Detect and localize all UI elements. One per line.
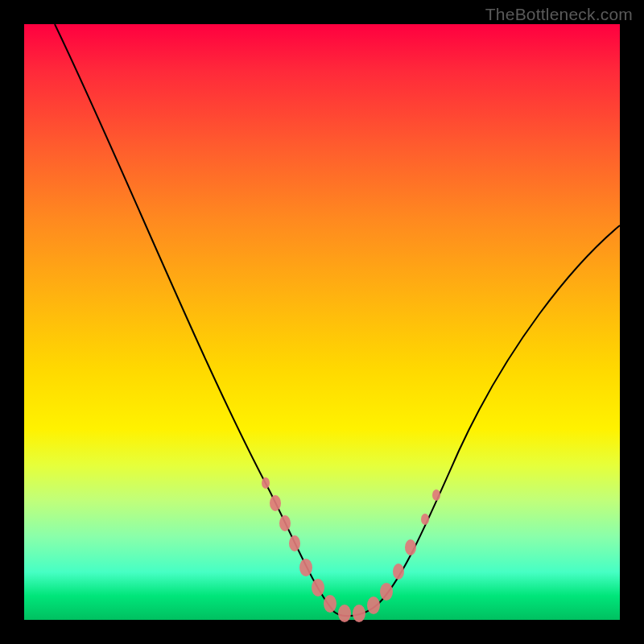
marker-point	[432, 489, 440, 501]
marker-point	[338, 605, 351, 622]
marker-point	[421, 514, 429, 525]
marker-point	[270, 495, 281, 511]
plot-area	[24, 24, 620, 620]
marker-point	[380, 583, 393, 601]
marker-point	[393, 564, 404, 580]
chart-frame: TheBottleneck.com	[0, 0, 644, 644]
marker-point	[405, 539, 416, 555]
marker-layer	[24, 24, 620, 620]
marker-point	[324, 595, 336, 613]
marker-point	[289, 535, 300, 551]
marker-point	[262, 477, 270, 489]
marker-point	[279, 515, 291, 531]
marker-point	[299, 559, 312, 576]
watermark-text: TheBottleneck.com	[485, 5, 633, 24]
marker-point	[353, 605, 365, 622]
marker-point	[312, 579, 324, 597]
marker-point	[367, 597, 380, 614]
